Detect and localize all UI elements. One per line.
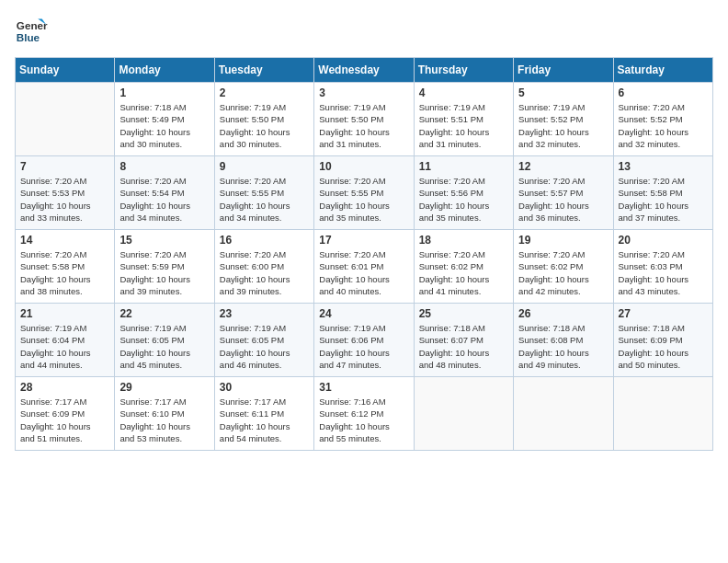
day-number: 26 [518, 307, 608, 320]
calendar-cell: 17Sunrise: 7:20 AM Sunset: 6:01 PM Dayli… [314, 230, 414, 304]
calendar-cell: 15Sunrise: 7:20 AM Sunset: 5:59 PM Dayli… [115, 230, 214, 304]
calendar-cell: 18Sunrise: 7:20 AM Sunset: 6:02 PM Dayli… [414, 230, 513, 304]
day-info: Sunrise: 7:16 AM Sunset: 6:12 PM Dayligh… [319, 396, 408, 444]
day-info: Sunrise: 7:19 AM Sunset: 6:05 PM Dayligh… [119, 322, 209, 371]
day-info: Sunrise: 7:18 AM Sunset: 6:08 PM Dayligh… [518, 322, 608, 371]
calendar-cell: 26Sunrise: 7:18 AM Sunset: 6:08 PM Dayli… [514, 304, 613, 377]
week-row-5: 28Sunrise: 7:17 AM Sunset: 6:09 PM Dayli… [16, 377, 713, 451]
calendar-cell: 28Sunrise: 7:17 AM Sunset: 6:09 PM Dayli… [16, 377, 115, 451]
day-number: 14 [20, 234, 109, 247]
calendar-cell [16, 83, 115, 156]
day-number: 23 [220, 307, 309, 320]
day-number: 12 [518, 160, 608, 173]
day-number: 16 [220, 234, 309, 247]
day-number: 20 [619, 234, 708, 247]
day-number: 15 [119, 234, 209, 247]
calendar-cell: 11Sunrise: 7:20 AM Sunset: 5:56 PM Dayli… [414, 156, 513, 230]
day-info: Sunrise: 7:20 AM Sunset: 5:54 PM Dayligh… [119, 175, 209, 224]
day-info: Sunrise: 7:19 AM Sunset: 5:52 PM Dayligh… [518, 101, 608, 150]
day-number: 21 [20, 307, 109, 320]
calendar-cell: 6Sunrise: 7:20 AM Sunset: 5:52 PM Daylig… [613, 83, 712, 156]
week-row-3: 14Sunrise: 7:20 AM Sunset: 5:58 PM Dayli… [16, 230, 713, 304]
day-info: Sunrise: 7:20 AM Sunset: 5:52 PM Dayligh… [619, 101, 708, 150]
calendar-cell: 21Sunrise: 7:19 AM Sunset: 6:04 PM Dayli… [16, 304, 115, 377]
day-info: Sunrise: 7:20 AM Sunset: 6:01 PM Dayligh… [319, 248, 408, 297]
calendar-table: SundayMondayTuesdayWednesdayThursdayFrid… [15, 57, 713, 451]
day-number: 30 [220, 381, 309, 394]
calendar-cell [414, 377, 513, 451]
svg-text:Blue: Blue [17, 31, 40, 43]
day-number: 27 [619, 307, 708, 320]
day-number: 24 [319, 307, 408, 320]
calendar-cell: 8Sunrise: 7:20 AM Sunset: 5:54 PM Daylig… [115, 156, 214, 230]
calendar-cell: 7Sunrise: 7:20 AM Sunset: 5:53 PM Daylig… [16, 156, 115, 230]
day-info: Sunrise: 7:20 AM Sunset: 6:03 PM Dayligh… [619, 248, 708, 297]
day-info: Sunrise: 7:17 AM Sunset: 6:10 PM Dayligh… [119, 396, 209, 444]
day-info: Sunrise: 7:19 AM Sunset: 5:50 PM Dayligh… [319, 101, 408, 150]
calendar-cell: 1Sunrise: 7:18 AM Sunset: 5:49 PM Daylig… [115, 83, 214, 156]
day-info: Sunrise: 7:17 AM Sunset: 6:09 PM Dayligh… [20, 396, 109, 444]
day-number: 17 [319, 234, 408, 247]
calendar-cell: 19Sunrise: 7:20 AM Sunset: 6:02 PM Dayli… [514, 230, 613, 304]
day-number: 7 [20, 160, 109, 173]
calendar-cell: 5Sunrise: 7:19 AM Sunset: 5:52 PM Daylig… [514, 83, 613, 156]
day-number: 31 [319, 381, 408, 394]
column-header-thursday: Thursday [414, 58, 513, 83]
day-info: Sunrise: 7:20 AM Sunset: 5:55 PM Dayligh… [220, 175, 309, 224]
logo-icon: General Blue [15, 15, 48, 48]
calendar-cell: 9Sunrise: 7:20 AM Sunset: 5:55 PM Daylig… [214, 156, 313, 230]
day-info: Sunrise: 7:20 AM Sunset: 5:57 PM Dayligh… [518, 175, 608, 224]
calendar-cell [514, 377, 613, 451]
calendar-cell: 29Sunrise: 7:17 AM Sunset: 6:10 PM Dayli… [115, 377, 214, 451]
day-number: 10 [319, 160, 408, 173]
calendar-cell: 25Sunrise: 7:18 AM Sunset: 6:07 PM Dayli… [414, 304, 513, 377]
calendar-cell [613, 377, 712, 451]
day-info: Sunrise: 7:20 AM Sunset: 5:55 PM Dayligh… [319, 175, 408, 224]
day-info: Sunrise: 7:17 AM Sunset: 6:11 PM Dayligh… [220, 396, 309, 444]
day-info: Sunrise: 7:20 AM Sunset: 5:53 PM Dayligh… [20, 175, 109, 224]
day-number: 4 [419, 86, 508, 99]
column-header-tuesday: Tuesday [214, 58, 313, 83]
calendar-cell: 4Sunrise: 7:19 AM Sunset: 5:51 PM Daylig… [414, 83, 513, 156]
header-row: SundayMondayTuesdayWednesdayThursdayFrid… [16, 58, 713, 83]
calendar-cell: 24Sunrise: 7:19 AM Sunset: 6:06 PM Dayli… [314, 304, 414, 377]
column-header-saturday: Saturday [613, 58, 712, 83]
calendar-cell: 20Sunrise: 7:20 AM Sunset: 6:03 PM Dayli… [613, 230, 712, 304]
calendar-cell: 3Sunrise: 7:19 AM Sunset: 5:50 PM Daylig… [314, 83, 414, 156]
calendar-cell: 31Sunrise: 7:16 AM Sunset: 6:12 PM Dayli… [314, 377, 414, 451]
calendar-cell: 2Sunrise: 7:19 AM Sunset: 5:50 PM Daylig… [214, 83, 313, 156]
column-header-sunday: Sunday [16, 58, 115, 83]
day-info: Sunrise: 7:18 AM Sunset: 6:09 PM Dayligh… [619, 322, 708, 371]
day-info: Sunrise: 7:20 AM Sunset: 5:56 PM Dayligh… [419, 175, 508, 224]
week-row-2: 7Sunrise: 7:20 AM Sunset: 5:53 PM Daylig… [16, 156, 713, 230]
day-info: Sunrise: 7:19 AM Sunset: 5:50 PM Dayligh… [220, 101, 309, 150]
week-row-4: 21Sunrise: 7:19 AM Sunset: 6:04 PM Dayli… [16, 304, 713, 377]
logo: General Blue [15, 15, 48, 48]
day-number: 6 [619, 86, 708, 99]
day-number: 1 [119, 86, 209, 99]
day-info: Sunrise: 7:20 AM Sunset: 5:58 PM Dayligh… [20, 248, 109, 297]
day-number: 3 [319, 86, 408, 99]
day-info: Sunrise: 7:19 AM Sunset: 6:04 PM Dayligh… [20, 322, 109, 371]
day-number: 25 [419, 307, 508, 320]
day-info: Sunrise: 7:18 AM Sunset: 6:07 PM Dayligh… [419, 322, 508, 371]
day-info: Sunrise: 7:20 AM Sunset: 5:58 PM Dayligh… [619, 175, 708, 224]
day-number: 28 [20, 381, 109, 394]
day-info: Sunrise: 7:20 AM Sunset: 5:59 PM Dayligh… [119, 248, 209, 297]
day-info: Sunrise: 7:20 AM Sunset: 6:00 PM Dayligh… [220, 248, 309, 297]
column-header-monday: Monday [115, 58, 214, 83]
day-info: Sunrise: 7:20 AM Sunset: 6:02 PM Dayligh… [518, 248, 608, 297]
calendar-cell: 14Sunrise: 7:20 AM Sunset: 5:58 PM Dayli… [16, 230, 115, 304]
day-number: 9 [220, 160, 309, 173]
day-number: 11 [419, 160, 508, 173]
day-info: Sunrise: 7:20 AM Sunset: 6:02 PM Dayligh… [419, 248, 508, 297]
calendar-cell: 13Sunrise: 7:20 AM Sunset: 5:58 PM Dayli… [613, 156, 712, 230]
calendar-cell: 10Sunrise: 7:20 AM Sunset: 5:55 PM Dayli… [314, 156, 414, 230]
day-number: 29 [119, 381, 209, 394]
day-info: Sunrise: 7:19 AM Sunset: 6:05 PM Dayligh… [220, 322, 309, 371]
calendar-cell: 12Sunrise: 7:20 AM Sunset: 5:57 PM Dayli… [514, 156, 613, 230]
day-info: Sunrise: 7:19 AM Sunset: 5:51 PM Dayligh… [419, 101, 508, 150]
calendar-cell: 23Sunrise: 7:19 AM Sunset: 6:05 PM Dayli… [214, 304, 313, 377]
calendar-cell: 22Sunrise: 7:19 AM Sunset: 6:05 PM Dayli… [115, 304, 214, 377]
calendar-cell: 30Sunrise: 7:17 AM Sunset: 6:11 PM Dayli… [214, 377, 313, 451]
